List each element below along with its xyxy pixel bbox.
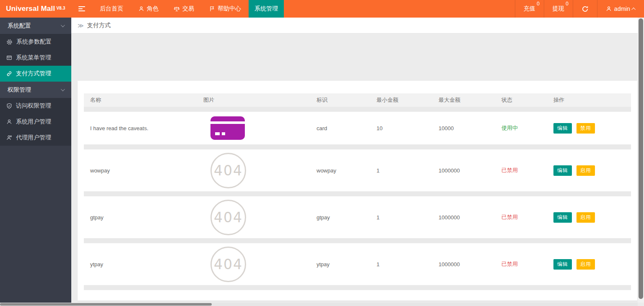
sidebar-item-agent-users[interactable]: 代理用户管理 [0, 130, 71, 146]
status-badge: 已禁用 [495, 213, 547, 221]
nav-label: 后台首页 [100, 5, 123, 13]
col-header-name: 名称 [84, 93, 197, 107]
nav-label: 帮助中心 [218, 5, 241, 13]
user-icon [138, 6, 144, 12]
recharge-label: 充值 [524, 5, 535, 13]
enable-button[interactable]: 启用 [576, 165, 595, 176]
main-content: ≫ 支付方式 名称 图片 标识 最小金额 最大金额 状态 操作 I have r… [71, 18, 638, 303]
admin-page: Universal Mall V8.3 后台首页 角色 交易 帮助中心 系 [0, 0, 644, 306]
sidebar-item-payment-methods[interactable]: 支付方式管理 [0, 66, 71, 82]
table-row: ytpay 404 ytpay 1 1000000 已禁用 编辑 启用 [84, 243, 631, 285]
sidebar-item-system-menu[interactable]: 系统菜单管理 [0, 50, 71, 66]
nav-item-trade[interactable]: 交易 [166, 0, 202, 18]
nav-item-roles[interactable]: 角色 [131, 0, 166, 18]
app-logo[interactable]: Universal Mall V8.3 [0, 0, 71, 18]
cell-image [197, 116, 310, 140]
cell-name: ytpay [84, 261, 197, 267]
table-row: I have read the caveats. card 10 10000 使… [84, 112, 631, 144]
breadcrumb-icon: ≫ [78, 22, 84, 29]
sidebar-item-label: 系统菜单管理 [16, 54, 51, 62]
user-icon [606, 6, 612, 12]
col-header-actions: 操作 [547, 93, 631, 107]
cell-min-amount: 1 [370, 214, 432, 221]
cell-actions: 编辑 启用 [547, 165, 631, 176]
row-separator [84, 144, 631, 149]
cell-actions: 编辑 启用 [547, 212, 631, 223]
cell-image: 404 [197, 200, 310, 235]
edit-button[interactable]: 编辑 [553, 123, 572, 134]
chevron-up-icon [631, 7, 636, 11]
image-404-placeholder: 404 [210, 153, 246, 188]
status-badge: 已禁用 [495, 260, 547, 268]
table-row: wowpay 404 wowpay 1 1000000 已禁用 编辑 启用 [84, 149, 631, 191]
sidebar-group-system-config[interactable]: 系统配置 [0, 18, 71, 34]
row-separator [84, 238, 631, 243]
row-separator [84, 285, 631, 290]
enable-button[interactable]: 启用 [576, 212, 595, 223]
withdraw-button[interactable]: 提现 0 [544, 0, 573, 18]
refresh-icon [582, 5, 589, 13]
chevron-down-icon [61, 23, 65, 27]
cell-name: I have read the caveats. [84, 125, 197, 131]
chevron-down-icon [61, 87, 65, 91]
edit-button[interactable]: 编辑 [553, 165, 572, 176]
agent-user-icon [6, 135, 12, 141]
edit-button[interactable]: 编辑 [553, 259, 572, 270]
sidebar-item-access-permissions[interactable]: 访问权限管理 [0, 98, 71, 114]
row-separator [84, 191, 631, 196]
sidebar-item-label: 系统用户管理 [16, 118, 51, 126]
user-menu[interactable]: admin [597, 0, 644, 18]
breadcrumb: ≫ 支付方式 [71, 18, 638, 33]
nav-item-home[interactable]: 后台首页 [92, 0, 131, 18]
sidebar: 系统配置 系统参数配置 系统菜单管理 支付方式管理 权限管理 访问权限管理 系统… [0, 18, 71, 303]
cell-actions: 编辑 启用 [547, 259, 631, 270]
cell-identifier: card [310, 125, 370, 131]
cell-max-amount: 1000000 [432, 214, 495, 221]
image-404-placeholder: 404 [210, 247, 246, 282]
vertical-scrollbar[interactable] [638, 18, 644, 303]
cell-min-amount: 1 [370, 167, 432, 174]
horizontal-scrollbar-thumb[interactable] [0, 303, 212, 306]
shield-check-icon [6, 103, 12, 109]
sidebar-item-system-params[interactable]: 系统参数配置 [0, 34, 71, 50]
image-404-placeholder: 404 [210, 200, 246, 235]
collapse-menu-icon[interactable] [71, 0, 92, 18]
sidebar-item-label: 代理用户管理 [16, 134, 51, 141]
enable-button[interactable]: 启用 [576, 259, 595, 270]
sidebar-group-permissions[interactable]: 权限管理 [0, 82, 71, 98]
disable-button[interactable]: 禁用 [576, 123, 595, 134]
nav-item-help[interactable]: 帮助中心 [202, 0, 249, 18]
nav-label: 交易 [182, 5, 194, 13]
withdraw-label: 提现 [553, 5, 564, 13]
gear-icon [6, 39, 13, 45]
horizontal-scrollbar[interactable] [0, 303, 638, 306]
vertical-scrollbar-thumb[interactable] [639, 18, 643, 299]
app-title: Universal Mall [6, 5, 55, 13]
status-badge: 使用中 [495, 124, 547, 132]
cell-identifier: wowpay [310, 167, 370, 174]
cell-max-amount: 1000000 [432, 167, 495, 174]
edit-button[interactable]: 编辑 [553, 212, 572, 223]
username: admin [614, 5, 630, 12]
cell-max-amount: 10000 [432, 125, 495, 131]
recharge-button[interactable]: 充值 0 [515, 0, 544, 18]
col-header-identifier: 标识 [310, 93, 370, 107]
breadcrumb-label: 支付方式 [87, 22, 111, 29]
payment-table-card: 名称 图片 标识 最小金额 最大金额 状态 操作 I have read the… [78, 81, 637, 301]
refresh-button[interactable] [573, 0, 597, 18]
sidebar-item-system-users[interactable]: 系统用户管理 [0, 114, 71, 130]
nav-label: 角色 [147, 5, 158, 13]
nav-item-system[interactable]: 系统管理 [249, 0, 284, 18]
cell-identifier: ytpay [310, 261, 370, 267]
sidebar-item-label: 访问权限管理 [16, 102, 51, 110]
group-label: 系统配置 [8, 22, 31, 30]
col-header-min-amount: 最小金额 [370, 93, 432, 107]
col-header-max-amount: 最大金额 [432, 93, 495, 107]
row-separator [84, 107, 631, 112]
cell-image: 404 [197, 153, 310, 188]
nav-label: 系统管理 [254, 5, 278, 13]
cell-min-amount: 10 [370, 125, 432, 131]
cell-image: 404 [197, 247, 310, 282]
app-version: V8.3 [56, 6, 65, 10]
user-icon [6, 119, 12, 125]
